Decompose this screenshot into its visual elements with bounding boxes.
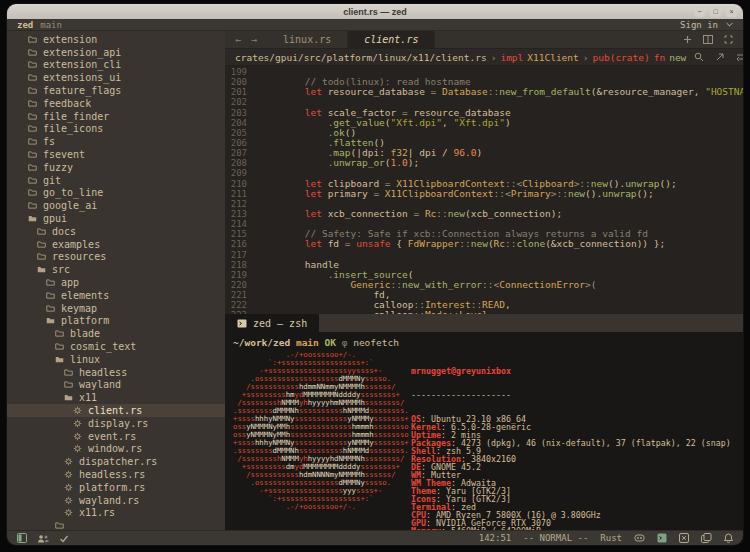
tree-folder-row[interactable]: extension_api [7, 46, 225, 59]
tree-item-label: fsevent [43, 149, 85, 160]
folder-icon [28, 124, 37, 133]
tree-folder-row[interactable]: feedback [7, 97, 225, 110]
tree-folder-row[interactable] [7, 519, 225, 530]
window-titlebar[interactable]: client.rs — zed − □ × [7, 4, 743, 19]
tree-item-label: headless [79, 367, 127, 378]
tree-folder-row[interactable]: examples [7, 238, 225, 251]
line-number: 201 [225, 87, 259, 97]
code-line: 201 let resource_database = Database::ne… [225, 87, 743, 97]
split-pane-icon[interactable] [703, 35, 713, 44]
tree-file-row[interactable]: platform.rs [7, 481, 225, 494]
tree-item-label: headless.rs [79, 469, 145, 480]
tree-file-row[interactable]: wayland.rs [7, 494, 225, 507]
tree-folder-row[interactable]: google_ai [7, 199, 225, 212]
tree-folder-row[interactable]: fsevent [7, 148, 225, 161]
nav-back-icon[interactable]: ← [235, 34, 241, 45]
tree-folder-row[interactable]: go_to_line [7, 187, 225, 200]
tree-folder-row[interactable]: x11 [7, 391, 225, 404]
tree-folder-row[interactable]: fs [7, 135, 225, 148]
tree-folder-row[interactable]: linux [7, 353, 225, 366]
tree-folder-row[interactable]: gpui [7, 212, 225, 225]
zed-window: client.rs — zed − □ × zed main Sign in e… [7, 4, 743, 545]
collab-panel-icon[interactable] [37, 534, 49, 543]
git-branch[interactable]: main [40, 20, 62, 30]
diagnostics-check-icon[interactable] [59, 534, 69, 543]
code-line: 216 let fd = unsafe { FdWrapper::new(Rc:… [225, 239, 743, 249]
nav-forward-icon[interactable]: → [251, 34, 257, 45]
minimize-button[interactable]: − [694, 6, 705, 17]
copilot-icon[interactable] [634, 533, 645, 543]
neofetch-title: mrnugget@greyunixbox [411, 367, 731, 375]
project-name[interactable]: zed [17, 20, 33, 30]
tree-item-label: wayland.rs [79, 495, 139, 506]
file-tree: extensionextension_apiextension_cliexten… [7, 33, 225, 530]
rust-file-icon [64, 508, 73, 517]
rust-file-icon [64, 483, 73, 492]
tree-item-label: event.rs [88, 431, 136, 442]
expand-pane-icon[interactable] [724, 35, 733, 44]
tree-folder-row[interactable]: fuzzy [7, 161, 225, 174]
terminal-tab[interactable]: zed — zsh [225, 314, 319, 332]
tree-item-label: docs [52, 226, 76, 237]
tree-folder-row[interactable]: blade [7, 327, 225, 340]
tree-file-row[interactable]: display.rs [7, 417, 225, 430]
tree-item-label: x11 [79, 392, 97, 403]
editor-tab[interactable]: client.rs [348, 31, 435, 48]
tree-folder-row[interactable]: git [7, 174, 225, 187]
tree-folder-row[interactable]: file_icons [7, 123, 225, 136]
line-number: 214 [225, 219, 259, 229]
tree-file-row[interactable]: dispatcher.rs [7, 455, 225, 468]
line-number: 210 [225, 179, 259, 189]
line-number: 205 [225, 128, 259, 138]
tree-folder-row[interactable]: extension [7, 33, 225, 46]
tree-folder-row[interactable]: file_finder [7, 110, 225, 123]
code-line: 213 let xcb_connection = Rc::new(xcb_con… [225, 209, 743, 219]
notifications-bell-icon[interactable] [724, 533, 733, 543]
close-button[interactable]: × [726, 6, 737, 17]
code-actions-icon[interactable] [736, 52, 743, 62]
tree-file-row[interactable]: client.rs [7, 404, 225, 417]
tree-item-label: app [61, 277, 79, 288]
status-bar: 142:51 -- NORMAL -- Rust [7, 530, 743, 545]
tree-folder-row[interactable]: elements [7, 289, 225, 302]
tree-file-row[interactable]: window.rs [7, 443, 225, 456]
tree-folder-row[interactable]: app [7, 276, 225, 289]
new-tab-icon[interactable] [683, 35, 692, 44]
tree-folder-row[interactable]: feature_flags [7, 84, 225, 97]
line-number: 203 [225, 108, 259, 118]
tree-folder-row[interactable]: resources [7, 251, 225, 264]
tree-folder-row[interactable]: src [7, 263, 225, 276]
tree-folder-row[interactable]: wayland [7, 379, 225, 392]
go-to-definition-icon[interactable] [715, 52, 725, 62]
project-panel-toggle-icon[interactable] [17, 533, 27, 543]
tree-folder-row[interactable]: extension_cli [7, 59, 225, 72]
terminal-output[interactable]: ~/work/zed main OK φ neofetch .-/+oossss… [225, 332, 743, 530]
tree-file-row[interactable]: headless.rs [7, 468, 225, 481]
tree-folder-row[interactable]: headless [7, 366, 225, 379]
tree-folder-row[interactable]: cosmic_text [7, 340, 225, 353]
breadcrumb[interactable]: crates/gpui/src/platform/linux/x11/clien… [225, 49, 743, 66]
tree-item-label: wayland [79, 379, 121, 390]
tree-folder-row[interactable]: platform [7, 315, 225, 328]
cursor-position[interactable]: 142:51 [479, 533, 512, 543]
maximize-button[interactable]: □ [710, 6, 721, 17]
tree-folder-row[interactable]: docs [7, 225, 225, 238]
rust-file-icon [73, 419, 82, 428]
editor-tab[interactable]: linux.rs [267, 31, 348, 48]
tree-file-row[interactable]: x11.rs [7, 506, 225, 519]
diagnostics-panel-icon[interactable] [679, 533, 689, 543]
sign-in-button[interactable]: Sign in [680, 20, 718, 30]
folder-icon [55, 342, 64, 351]
language-selector[interactable]: Rust [600, 533, 622, 543]
tree-folder-row[interactable]: keymap [7, 302, 225, 315]
editor-tabbar: ← → linux.rsclient.rs [225, 31, 743, 49]
terminal-panel-toggle-icon[interactable] [657, 533, 667, 543]
buffer-search-icon[interactable] [694, 52, 704, 62]
breadcrumb-segment: › [491, 52, 497, 63]
folder-icon [37, 240, 46, 249]
chevron-down-icon[interactable] [726, 22, 733, 27]
tree-file-row[interactable]: event.rs [7, 430, 225, 443]
code-editor[interactable]: 199200 // todo(linux): read hostname201 … [225, 66, 743, 314]
assistant-panel-icon[interactable] [701, 533, 712, 543]
tree-folder-row[interactable]: extensions_ui [7, 71, 225, 84]
